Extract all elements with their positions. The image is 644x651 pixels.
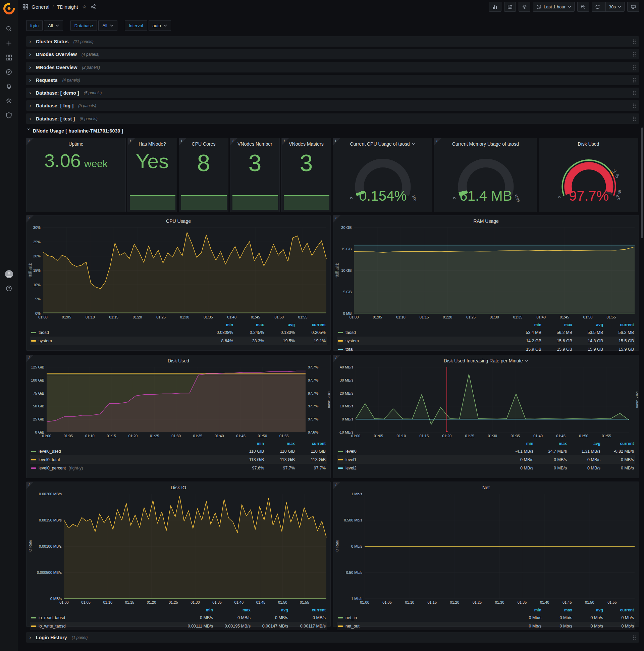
zoom-out-time-button[interactable] [577, 2, 589, 12]
drag-handle-icon[interactable] [633, 103, 636, 108]
legend-column-header[interactable]: min [202, 322, 233, 327]
legend-column-header[interactable]: current [295, 441, 326, 446]
save-dashboard-button[interactable] [504, 2, 516, 12]
drag-handle-icon[interactable] [633, 91, 636, 95]
legend-column-header[interactable]: max [533, 441, 567, 446]
panel-info-corner[interactable] [27, 215, 34, 222]
star-icon[interactable]: ☆ [82, 4, 87, 10]
row-dnode-usage[interactable]: › DNode Usage [ huolinhe-TM1701:6030 ] [26, 126, 123, 135]
variable-database-select[interactable]: All [98, 20, 117, 31]
refresh-interval-dropdown[interactable]: 30s [605, 2, 624, 11]
panel-info-corner[interactable] [27, 138, 34, 145]
legend-series-name[interactable]: net_in [338, 615, 511, 620]
row-mnodes-overview[interactable]: ›MNodes Overview(2 panels) [26, 62, 639, 72]
variable-fqdn-select[interactable]: All [44, 20, 63, 31]
panel-info-corner[interactable] [27, 355, 34, 362]
legend-series-name[interactable]: total [338, 347, 511, 352]
help-icon[interactable] [0, 281, 18, 296]
legend-column-header[interactable]: max [264, 441, 295, 446]
disk-used-plot[interactable]: 01:0001:0501:1001:1501:2001:2501:3001:35… [28, 365, 329, 439]
legend-series-name[interactable]: system [338, 339, 511, 343]
legend-series-name[interactable]: level0 [338, 449, 500, 454]
legend-column-header[interactable]: current [601, 441, 634, 446]
legend-column-header[interactable]: avg [572, 322, 603, 327]
user-avatar[interactable] [0, 267, 18, 281]
alerting-icon[interactable] [0, 79, 18, 94]
row-cluster-status[interactable]: ›Cluster Status(21 panels) [26, 36, 639, 46]
legend-series-name[interactable]: taosd [31, 330, 202, 335]
legend-series-name[interactable]: level0_used [31, 449, 233, 454]
variable-interval-select[interactable]: auto [149, 20, 171, 31]
legend-column-header[interactable]: min [175, 608, 213, 612]
breadcrumb-dashboard-title[interactable]: TDinsight [57, 4, 78, 10]
legend-series-name[interactable]: net_out [338, 624, 511, 628]
legend-series-name[interactable]: taosd [338, 330, 511, 335]
legend-series-name[interactable]: level0_percent(right-y) [31, 466, 233, 470]
legend-column-header[interactable]: max [213, 608, 251, 612]
time-range-picker[interactable]: Last 1 hour [533, 2, 575, 12]
panel-info-corner[interactable] [179, 138, 186, 145]
panel-info-corner[interactable] [230, 138, 237, 145]
cpu-usage-plot[interactable]: 01:0001:0501:1001:1501:2001:2501:3001:35… [28, 225, 329, 320]
legend-column-header[interactable]: min [500, 441, 533, 446]
legend-column-header[interactable]: min [233, 441, 264, 446]
legend-column-header[interactable]: avg [567, 441, 601, 446]
row-database-demo-[interactable]: ›Database: [ demo ](5 panels) [26, 88, 639, 98]
legend-column-header[interactable]: avg [251, 608, 288, 612]
disk-io-plot[interactable]: 01:0001:0501:1001:1501:2001:2501:3001:35… [28, 491, 329, 606]
legend-series-name[interactable]: level0_total [31, 457, 233, 462]
panel-info-corner[interactable] [333, 482, 341, 489]
net-plot[interactable]: 01:0001:0501:1001:1501:2001:2501:3001:35… [335, 491, 637, 606]
dashboard-settings-button[interactable] [519, 2, 530, 12]
panel-info-corner[interactable] [333, 138, 340, 145]
scrollbar-thumb[interactable] [641, 127, 643, 238]
share-icon[interactable] [91, 4, 96, 9]
legend-series-name[interactable]: io_write_taosd [31, 624, 175, 628]
search-icon[interactable] [0, 22, 18, 36]
drag-handle-icon[interactable] [633, 52, 636, 56]
drag-handle-icon[interactable] [633, 117, 636, 121]
row-database-test-[interactable]: ›Database: [ test ](5 panels) [26, 114, 639, 124]
panel-title[interactable]: Disk Used Increasing Rate per Minute [333, 355, 639, 365]
disk-rate-plot[interactable]: 01:0001:0501:1001:1501:2001:2501:3001:35… [335, 365, 637, 439]
drag-handle-icon[interactable] [633, 78, 636, 82]
legend-column-header[interactable]: min [511, 322, 541, 327]
legend-column-header[interactable]: current [295, 322, 326, 327]
legend-column-header[interactable]: current [603, 608, 634, 612]
panel-info-corner[interactable] [333, 215, 341, 222]
legend-column-header[interactable]: min [511, 608, 541, 612]
server-admin-shield-icon[interactable] [0, 108, 18, 122]
legend-column-header[interactable]: max [541, 608, 572, 612]
cycle-view-mode-button[interactable] [627, 2, 639, 12]
legend-column-header[interactable]: max [233, 322, 264, 327]
add-panel-button[interactable] [489, 2, 502, 12]
ram-usage-plot[interactable]: 01:0001:0501:1001:1501:2001:2501:3001:35… [335, 225, 637, 320]
legend-series-name[interactable]: level1 [338, 457, 500, 462]
legend-column-header[interactable]: avg [572, 608, 603, 612]
explore-icon[interactable] [0, 65, 18, 79]
legend-column-header[interactable]: current [603, 322, 634, 327]
create-icon[interactable] [0, 36, 18, 50]
legend-column-header[interactable]: current [288, 608, 326, 612]
panel-info-corner[interactable] [434, 138, 442, 145]
panel-info-corner[interactable] [27, 482, 34, 489]
panel-title[interactable]: Current CPU Usage of taosd [333, 138, 432, 148]
row-requests[interactable]: ›Requests(4 panels) [26, 75, 639, 85]
legend-series-name[interactable]: level2 [338, 466, 500, 470]
panel-info-corner[interactable] [128, 138, 135, 145]
row-login-history[interactable]: ›Login History(1 panel) [26, 632, 639, 643]
legend-series-name[interactable]: system [31, 339, 202, 343]
configuration-gear-icon[interactable] [0, 94, 18, 108]
row-database-log-[interactable]: ›Database: [ log ](5 panels) [26, 100, 639, 111]
panel-info-corner[interactable] [282, 138, 289, 145]
breadcrumb-folder[interactable]: General [32, 4, 49, 10]
dashboards-icon[interactable] [0, 50, 18, 65]
row-dnodes-overview[interactable]: ›DNodes Overview(4 panels) [26, 49, 639, 59]
drag-handle-icon[interactable] [633, 635, 636, 640]
drag-handle-icon[interactable] [633, 65, 636, 69]
panel-info-corner[interactable] [333, 355, 341, 362]
grafana-logo-icon[interactable] [2, 2, 16, 16]
refresh-button[interactable] [592, 2, 603, 11]
legend-column-header[interactable]: avg [264, 322, 295, 327]
drag-handle-icon[interactable] [633, 39, 636, 43]
